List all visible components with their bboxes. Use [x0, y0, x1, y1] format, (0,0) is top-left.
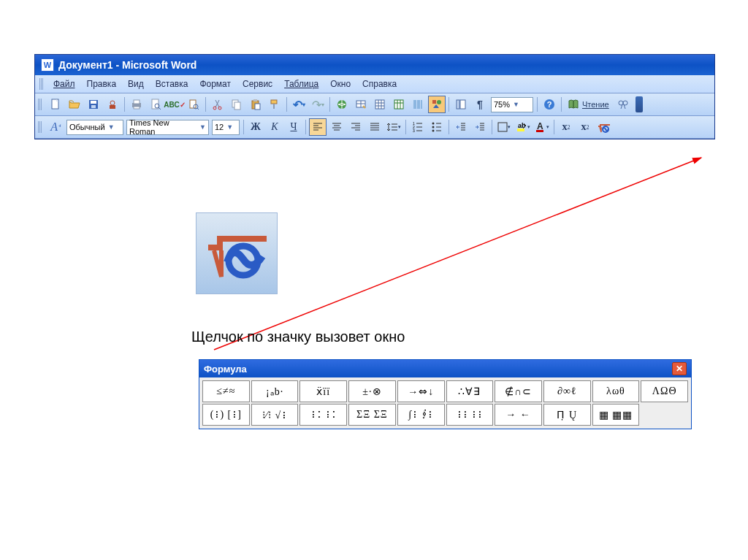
equation-editor-icon[interactable] [595, 118, 613, 136]
integral-icon[interactable]: ∫⫶ ∮⫶ [397, 404, 445, 426]
show-codes-icon[interactable]: ¶ [471, 96, 489, 113]
italic-icon[interactable]: К [266, 118, 283, 136]
matrix-templates-icon[interactable]: ▦ ▦▦ [592, 404, 640, 426]
fraction-radical-icon[interactable]: ⁝⁄⁝ √⫶ [251, 404, 299, 426]
close-icon[interactable]: ✕ [672, 362, 687, 375]
styles-pane-icon[interactable]: A⁴ [47, 118, 64, 136]
paste-icon[interactable] [247, 96, 264, 113]
svg-rect-22 [271, 100, 277, 104]
svg-point-75 [432, 123, 435, 125]
style-value: Обычный [69, 123, 105, 131]
operator-symbols-icon[interactable]: ±∙⊗ [348, 380, 396, 402]
menu-edit[interactable]: Правка [81, 77, 123, 91]
font-size-combo[interactable]: 12 ▼ [212, 120, 240, 135]
print-preview-icon[interactable] [147, 96, 164, 113]
permission-icon[interactable] [104, 96, 121, 113]
separator [554, 120, 554, 134]
spaces-ellipses-icon[interactable]: ¡ₐb· [251, 380, 299, 402]
toolbar-grip[interactable] [39, 78, 43, 90]
formula-palette-body: ≤≠≈ ¡ₐb· ẍïï ±∙⊗ →⇔↓ ∴∀∃ ∉∩⊂ ∂∞ℓ λωθ ΛΩΘ… [199, 377, 691, 429]
fence-templates-icon[interactable]: (⫶) [⫶] [202, 404, 250, 426]
find-icon[interactable] [614, 96, 632, 113]
decrease-indent-icon[interactable] [452, 118, 470, 136]
menu-view[interactable]: Вид [122, 77, 150, 91]
font-combo[interactable]: Times New Roman ▼ [126, 120, 209, 135]
tables-borders-icon[interactable] [352, 96, 370, 113]
research-icon[interactable] [185, 96, 202, 113]
format-painter-icon[interactable] [266, 96, 283, 113]
menu-file[interactable]: Файл [47, 77, 81, 91]
align-center-icon[interactable] [328, 118, 346, 136]
logical-symbols-icon[interactable]: ∴∀∃ [446, 380, 494, 402]
align-right-icon[interactable] [347, 118, 365, 136]
redo-icon[interactable]: ↷▾ [309, 96, 327, 113]
superscript-icon[interactable]: x2 [557, 118, 575, 136]
highlight-icon[interactable]: ab▾ [514, 118, 532, 136]
toolbar-options[interactable] [636, 96, 643, 112]
svg-rect-2 [91, 101, 96, 104]
zoom-value: 75% [494, 100, 510, 109]
insert-table-icon[interactable] [371, 96, 389, 113]
subscript-superscript-icon[interactable]: ⫶⁚ ⫶⁚ [299, 404, 347, 426]
menu-tools[interactable]: Сервис [237, 77, 278, 91]
zoom-combo[interactable]: 75% ▼ [491, 97, 533, 112]
bulleted-list-icon[interactable] [428, 118, 446, 136]
align-justify-icon[interactable] [366, 118, 383, 136]
underbar-overbar-icon[interactable]: ⫶⫶ ⫶⫶ [446, 404, 494, 426]
relational-symbols-icon[interactable]: ≤≠≈ [202, 380, 250, 402]
separator [305, 120, 306, 134]
align-left-icon[interactable] [309, 118, 327, 136]
subscript-icon[interactable]: x2 [576, 118, 594, 136]
save-icon[interactable] [85, 96, 102, 113]
embellishments-icon[interactable]: ẍïï [299, 380, 347, 402]
products-icon[interactable]: Π̣ Ų [543, 404, 591, 426]
line-spacing-icon[interactable]: ▾ [385, 118, 402, 136]
insert-excel-icon[interactable] [390, 96, 408, 113]
menu-insert[interactable]: Вставка [150, 77, 194, 91]
read-label: Чтение [582, 100, 609, 109]
toolbar-grip[interactable] [38, 121, 42, 133]
menu-format[interactable]: Формат [194, 77, 237, 91]
menu-window[interactable]: Окно [324, 77, 356, 91]
print-icon[interactable] [128, 96, 145, 113]
spelling-icon[interactable]: ABC✓ [166, 96, 183, 113]
formatting-toolbar: A⁴ Обычный ▼ Times New Roman ▼ 12 ▼ Ж К … [35, 116, 714, 139]
new-doc-icon[interactable] [47, 96, 64, 113]
borders-icon[interactable]: ▾ [495, 118, 513, 136]
underline-icon[interactable]: Ч [285, 118, 302, 136]
help-icon[interactable]: ? [541, 96, 558, 113]
svg-rect-18 [234, 102, 240, 110]
title-bar: W Документ1 - Microsoft Word [35, 55, 714, 75]
font-color-icon[interactable]: A▾ [533, 118, 551, 136]
hyperlink-icon[interactable] [333, 96, 351, 113]
menu-help[interactable]: Справка [356, 77, 402, 91]
bold-icon[interactable]: Ж [247, 118, 264, 136]
document-map-icon[interactable] [452, 96, 470, 113]
formula-row-1: ≤≠≈ ¡ₐb· ẍïï ±∙⊗ →⇔↓ ∴∀∃ ∉∩⊂ ∂∞ℓ λωθ ΛΩΘ [202, 380, 689, 403]
increase-indent-icon[interactable] [471, 118, 489, 136]
formula-palette-window: Формула ✕ ≤≠≈ ¡ₐb· ẍïï ±∙⊗ →⇔↓ ∴∀∃ ∉∩⊂ ∂… [199, 359, 692, 429]
numbered-list-icon[interactable]: 123 [409, 118, 427, 136]
summation-icon[interactable]: ΣΞ ΣΞ [348, 404, 396, 426]
greek-lowercase-icon[interactable]: λωθ [592, 380, 640, 402]
open-icon[interactable] [66, 96, 83, 113]
copy-icon[interactable] [228, 96, 245, 113]
columns-icon[interactable] [409, 96, 427, 113]
svg-rect-38 [417, 100, 420, 109]
cut-icon[interactable] [209, 96, 226, 113]
style-combo[interactable]: Обычный ▼ [66, 120, 123, 135]
arrow-symbols-icon[interactable]: →⇔↓ [397, 380, 445, 402]
undo-icon[interactable]: ↶▾ [290, 96, 308, 113]
menu-table[interactable]: Таблица [278, 77, 324, 91]
labeled-arrow-icon[interactable]: → ← [495, 404, 542, 426]
read-mode-button[interactable]: Чтение [564, 96, 614, 113]
misc-symbols-icon[interactable]: ∂∞ℓ [543, 380, 591, 402]
svg-rect-20 [253, 99, 257, 101]
set-theory-icon[interactable]: ∉∩⊂ [495, 380, 542, 402]
drawing-icon[interactable] [428, 96, 446, 113]
separator [329, 97, 330, 112]
greek-uppercase-icon[interactable]: ΛΩΘ [641, 380, 688, 402]
toolbar-grip[interactable] [38, 99, 42, 110]
svg-rect-12 [190, 100, 196, 108]
dropdown-icon: ▼ [513, 101, 519, 108]
